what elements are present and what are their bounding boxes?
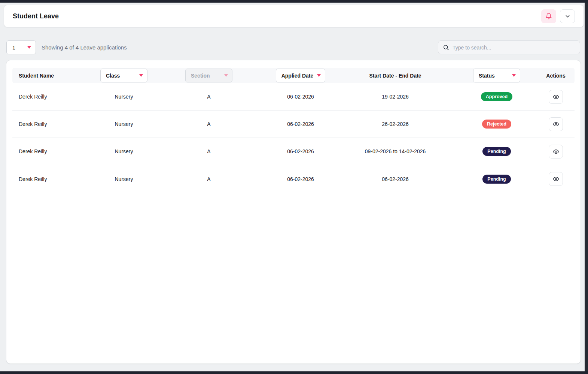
applied-date-cell: 06-02-2026 xyxy=(267,121,334,127)
date-range-cell: 09-02-2026 to 14-02-2026 xyxy=(334,148,456,154)
list-controls: 1 Showing 4 of 4 Leave applications xyxy=(6,40,580,54)
section-filter-label: Section xyxy=(191,73,210,79)
window-frame-top xyxy=(0,0,588,3)
column-student-name: Student Name xyxy=(12,73,97,79)
section-cell: A xyxy=(151,121,267,127)
status-badge: Approved xyxy=(481,92,512,101)
column-date-range: Start Date - End Date xyxy=(334,73,456,79)
section-cell: A xyxy=(151,148,267,154)
leave-table-card: Student Name Class Section Applied Date … xyxy=(6,60,581,364)
header-collapse-button[interactable] xyxy=(560,9,575,23)
page-size-select[interactable]: 1 xyxy=(6,40,36,54)
section-filter-dropdown[interactable]: Section xyxy=(185,69,232,82)
section-cell: A xyxy=(151,176,267,182)
section-cell: A xyxy=(151,94,267,100)
caret-down-icon xyxy=(139,74,143,77)
caret-down-icon xyxy=(27,46,31,49)
column-status: Status xyxy=(456,69,537,82)
table-header-row: Student Name Class Section Applied Date … xyxy=(12,68,575,83)
bell-icon xyxy=(545,13,552,19)
view-leave-button[interactable] xyxy=(549,117,563,131)
class-cell: Nursery xyxy=(97,94,151,100)
actions-cell xyxy=(537,145,575,159)
table-body: Derek Reilly Nursery A 06-02-2026 19-02-… xyxy=(12,83,575,193)
student-name-cell: Derek Reilly xyxy=(12,176,97,182)
date-range-cell: 26-02-2026 xyxy=(334,121,456,127)
class-cell: Nursery xyxy=(97,121,151,127)
caret-down-icon xyxy=(224,74,228,77)
date-range-cell: 19-02-2026 xyxy=(334,94,456,100)
table-row: Derek Reilly Nursery A 06-02-2026 06-02-… xyxy=(12,165,575,193)
date-range-cell: 06-02-2026 xyxy=(334,176,456,182)
eye-icon xyxy=(553,148,559,155)
applied-date-filter-label: Applied Date xyxy=(281,73,314,79)
applied-date-cell: 06-02-2026 xyxy=(267,176,334,182)
class-cell: Nursery xyxy=(97,176,151,182)
results-summary: Showing 4 of 4 Leave applications xyxy=(42,44,127,51)
caret-down-icon xyxy=(317,74,321,77)
eye-icon xyxy=(553,176,559,182)
view-leave-button[interactable] xyxy=(549,90,563,104)
student-name-cell: Derek Reilly xyxy=(12,121,97,127)
column-applied-date: Applied Date xyxy=(267,69,334,82)
status-badge: Rejected xyxy=(482,120,511,129)
status-badge: Pending xyxy=(482,175,511,184)
caret-down-icon xyxy=(512,74,516,77)
applied-date-cell: 06-02-2026 xyxy=(267,94,334,100)
class-filter-label: Class xyxy=(106,73,120,79)
notifications-button[interactable] xyxy=(541,9,556,23)
column-class: Class xyxy=(97,69,151,82)
status-cell: Pending xyxy=(456,147,537,156)
search-icon xyxy=(443,44,449,51)
search-box xyxy=(438,40,580,54)
actions-cell xyxy=(537,117,575,131)
status-filter-label: Status xyxy=(479,73,495,79)
status-cell: Approved xyxy=(456,92,537,101)
status-cell: Pending xyxy=(456,175,537,184)
search-input[interactable] xyxy=(453,45,575,51)
window-frame-right xyxy=(585,0,588,374)
applied-date-filter-dropdown[interactable]: Applied Date xyxy=(276,69,326,82)
view-leave-button[interactable] xyxy=(549,172,563,186)
class-cell: Nursery xyxy=(97,148,151,154)
eye-icon xyxy=(553,94,559,100)
actions-cell xyxy=(537,90,575,104)
status-cell: Rejected xyxy=(456,120,537,129)
column-section: Section xyxy=(151,69,267,82)
student-name-cell: Derek Reilly xyxy=(12,94,97,100)
column-actions: Actions xyxy=(537,73,575,79)
actions-cell xyxy=(537,172,575,186)
view-leave-button[interactable] xyxy=(549,145,563,159)
class-filter-dropdown[interactable]: Class xyxy=(100,69,147,82)
page-header: Student Leave xyxy=(4,5,584,27)
eye-icon xyxy=(553,121,559,127)
table-row: Derek Reilly Nursery A 06-02-2026 19-02-… xyxy=(12,83,575,111)
status-filter-dropdown[interactable]: Status xyxy=(473,69,520,82)
window-frame-bottom xyxy=(0,371,588,374)
chevron-down-icon xyxy=(564,13,571,19)
page-size-value: 1 xyxy=(12,45,15,51)
applied-date-cell: 06-02-2026 xyxy=(267,148,334,154)
header-actions xyxy=(541,9,575,23)
page-title: Student Leave xyxy=(13,12,59,20)
student-name-cell: Derek Reilly xyxy=(12,148,97,154)
table-row: Derek Reilly Nursery A 06-02-2026 09-02-… xyxy=(12,138,575,165)
table-row: Derek Reilly Nursery A 06-02-2026 26-02-… xyxy=(12,111,575,138)
status-badge: Pending xyxy=(482,147,511,156)
